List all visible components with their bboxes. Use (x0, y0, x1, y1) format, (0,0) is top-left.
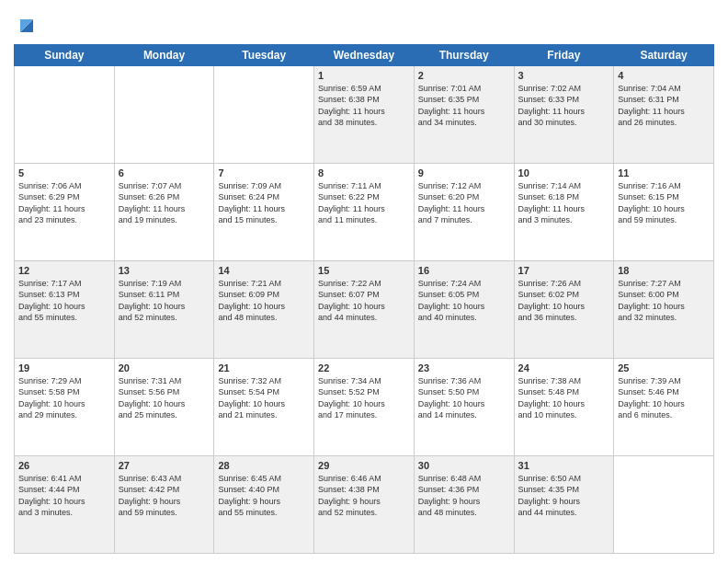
calendar-cell (214, 66, 314, 164)
weekday-sunday: Sunday (15, 45, 115, 66)
week-row-4: 19Sunrise: 7:29 AM Sunset: 5:58 PM Dayli… (15, 359, 714, 456)
day-info: Sunrise: 7:32 AM Sunset: 5:54 PM Dayligh… (218, 375, 310, 420)
week-row-3: 12Sunrise: 7:17 AM Sunset: 6:13 PM Dayli… (15, 261, 714, 359)
calendar-cell: 1Sunrise: 6:59 AM Sunset: 6:38 PM Daylig… (314, 66, 415, 164)
weekday-friday: Friday (514, 45, 614, 66)
day-info: Sunrise: 7:34 AM Sunset: 5:52 PM Dayligh… (318, 375, 410, 420)
week-row-1: 1Sunrise: 6:59 AM Sunset: 6:38 PM Daylig… (15, 66, 714, 164)
calendar-cell: 9Sunrise: 7:12 AM Sunset: 6:20 PM Daylig… (414, 164, 514, 261)
logo-icon (14, 13, 40, 39)
day-info: Sunrise: 6:59 AM Sunset: 6:38 PM Dayligh… (318, 83, 410, 128)
weekday-thursday: Thursday (414, 45, 514, 66)
day-number: 24 (518, 362, 610, 374)
calendar-cell: 27Sunrise: 6:43 AM Sunset: 4:42 PM Dayli… (114, 456, 214, 554)
weekday-header-row: SundayMondayTuesdayWednesdayThursdayFrid… (15, 45, 714, 66)
day-info: Sunrise: 7:02 AM Sunset: 6:33 PM Dayligh… (518, 83, 610, 128)
day-number: 2 (418, 69, 510, 82)
calendar-cell: 4Sunrise: 7:04 AM Sunset: 6:31 PM Daylig… (614, 66, 714, 164)
day-number: 23 (418, 362, 510, 374)
day-number: 20 (119, 362, 210, 374)
calendar-cell (15, 66, 115, 164)
day-number: 11 (618, 167, 710, 179)
day-number: 14 (218, 264, 310, 277)
calendar-cell: 17Sunrise: 7:26 AM Sunset: 6:02 PM Dayli… (514, 261, 614, 359)
day-info: Sunrise: 7:31 AM Sunset: 5:56 PM Dayligh… (119, 375, 210, 420)
week-row-2: 5Sunrise: 7:06 AM Sunset: 6:29 PM Daylig… (15, 164, 714, 261)
weekday-saturday: Saturday (614, 45, 714, 66)
day-info: Sunrise: 7:29 AM Sunset: 5:58 PM Dayligh… (18, 375, 110, 420)
calendar-cell: 20Sunrise: 7:31 AM Sunset: 5:56 PM Dayli… (114, 359, 214, 456)
day-number: 15 (318, 264, 410, 277)
calendar-cell: 28Sunrise: 6:45 AM Sunset: 4:40 PM Dayli… (214, 456, 314, 554)
day-info: Sunrise: 6:46 AM Sunset: 4:38 PM Dayligh… (318, 473, 410, 518)
calendar-cell: 18Sunrise: 7:27 AM Sunset: 6:00 PM Dayli… (614, 261, 714, 359)
calendar-cell: 15Sunrise: 7:22 AM Sunset: 6:07 PM Dayli… (314, 261, 415, 359)
day-info: Sunrise: 6:48 AM Sunset: 4:36 PM Dayligh… (418, 473, 510, 518)
day-info: Sunrise: 7:19 AM Sunset: 6:11 PM Dayligh… (119, 278, 210, 323)
calendar-cell: 5Sunrise: 7:06 AM Sunset: 6:29 PM Daylig… (15, 164, 115, 261)
day-number: 27 (119, 459, 210, 472)
calendar-cell: 10Sunrise: 7:14 AM Sunset: 6:18 PM Dayli… (514, 164, 614, 261)
calendar-cell: 11Sunrise: 7:16 AM Sunset: 6:15 PM Dayli… (614, 164, 714, 261)
calendar-cell: 21Sunrise: 7:32 AM Sunset: 5:54 PM Dayli… (214, 359, 314, 456)
day-number: 12 (18, 264, 110, 277)
day-number: 10 (518, 167, 610, 179)
day-number: 29 (318, 459, 410, 472)
day-info: Sunrise: 7:06 AM Sunset: 6:29 PM Dayligh… (18, 180, 110, 225)
day-info: Sunrise: 7:24 AM Sunset: 6:05 PM Dayligh… (418, 278, 510, 323)
day-number: 16 (418, 264, 510, 277)
calendar-cell: 8Sunrise: 7:11 AM Sunset: 6:22 PM Daylig… (314, 164, 415, 261)
day-info: Sunrise: 7:38 AM Sunset: 5:48 PM Dayligh… (518, 375, 610, 420)
calendar-cell: 30Sunrise: 6:48 AM Sunset: 4:36 PM Dayli… (414, 456, 514, 554)
calendar-cell: 23Sunrise: 7:36 AM Sunset: 5:50 PM Dayli… (414, 359, 514, 456)
calendar-cell: 12Sunrise: 7:17 AM Sunset: 6:13 PM Dayli… (15, 261, 115, 359)
calendar-cell: 16Sunrise: 7:24 AM Sunset: 6:05 PM Dayli… (414, 261, 514, 359)
day-info: Sunrise: 7:36 AM Sunset: 5:50 PM Dayligh… (418, 375, 510, 420)
day-info: Sunrise: 7:12 AM Sunset: 6:20 PM Dayligh… (418, 180, 510, 225)
day-number: 31 (518, 459, 610, 472)
day-number: 30 (418, 459, 510, 472)
weekday-tuesday: Tuesday (214, 45, 314, 66)
header (14, 9, 714, 39)
day-info: Sunrise: 7:16 AM Sunset: 6:15 PM Dayligh… (618, 180, 710, 225)
calendar-cell: 24Sunrise: 7:38 AM Sunset: 5:48 PM Dayli… (514, 359, 614, 456)
calendar-cell: 3Sunrise: 7:02 AM Sunset: 6:33 PM Daylig… (514, 66, 614, 164)
calendar-cell: 22Sunrise: 7:34 AM Sunset: 5:52 PM Dayli… (314, 359, 415, 456)
calendar-cell: 6Sunrise: 7:07 AM Sunset: 6:26 PM Daylig… (114, 164, 214, 261)
day-info: Sunrise: 6:41 AM Sunset: 4:44 PM Dayligh… (18, 473, 110, 518)
day-number: 13 (119, 264, 210, 277)
day-number: 19 (18, 362, 110, 374)
day-info: Sunrise: 7:26 AM Sunset: 6:02 PM Dayligh… (518, 278, 610, 323)
day-number: 1 (318, 69, 410, 82)
weekday-wednesday: Wednesday (314, 45, 415, 66)
day-number: 8 (318, 167, 410, 179)
day-number: 4 (618, 69, 710, 82)
weekday-monday: Monday (114, 45, 214, 66)
calendar-cell: 26Sunrise: 6:41 AM Sunset: 4:44 PM Dayli… (15, 456, 115, 554)
day-info: Sunrise: 7:17 AM Sunset: 6:13 PM Dayligh… (18, 278, 110, 323)
calendar-cell: 25Sunrise: 7:39 AM Sunset: 5:46 PM Dayli… (614, 359, 714, 456)
day-info: Sunrise: 7:09 AM Sunset: 6:24 PM Dayligh… (218, 180, 310, 225)
calendar-cell: 29Sunrise: 6:46 AM Sunset: 4:38 PM Dayli… (314, 456, 415, 554)
calendar-table: SundayMondayTuesdayWednesdayThursdayFrid… (14, 44, 714, 554)
day-number: 21 (218, 362, 310, 374)
calendar-cell: 13Sunrise: 7:19 AM Sunset: 6:11 PM Dayli… (114, 261, 214, 359)
page: SundayMondayTuesdayWednesdayThursdayFrid… (0, 0, 728, 563)
day-number: 17 (518, 264, 610, 277)
day-info: Sunrise: 7:04 AM Sunset: 6:31 PM Dayligh… (618, 83, 710, 128)
day-number: 22 (318, 362, 410, 374)
day-info: Sunrise: 6:45 AM Sunset: 4:40 PM Dayligh… (218, 473, 310, 518)
day-info: Sunrise: 7:07 AM Sunset: 6:26 PM Dayligh… (119, 180, 210, 225)
day-number: 9 (418, 167, 510, 179)
day-number: 18 (618, 264, 710, 277)
day-info: Sunrise: 6:50 AM Sunset: 4:35 PM Dayligh… (518, 473, 610, 518)
day-info: Sunrise: 7:21 AM Sunset: 6:09 PM Dayligh… (218, 278, 310, 323)
calendar-cell (114, 66, 214, 164)
day-number: 3 (518, 69, 610, 82)
day-info: Sunrise: 7:22 AM Sunset: 6:07 PM Dayligh… (318, 278, 410, 323)
day-info: Sunrise: 7:01 AM Sunset: 6:35 PM Dayligh… (418, 83, 510, 128)
day-info: Sunrise: 7:14 AM Sunset: 6:18 PM Dayligh… (518, 180, 610, 225)
day-number: 28 (218, 459, 310, 472)
day-info: Sunrise: 7:11 AM Sunset: 6:22 PM Dayligh… (318, 180, 410, 225)
day-number: 6 (119, 167, 210, 179)
